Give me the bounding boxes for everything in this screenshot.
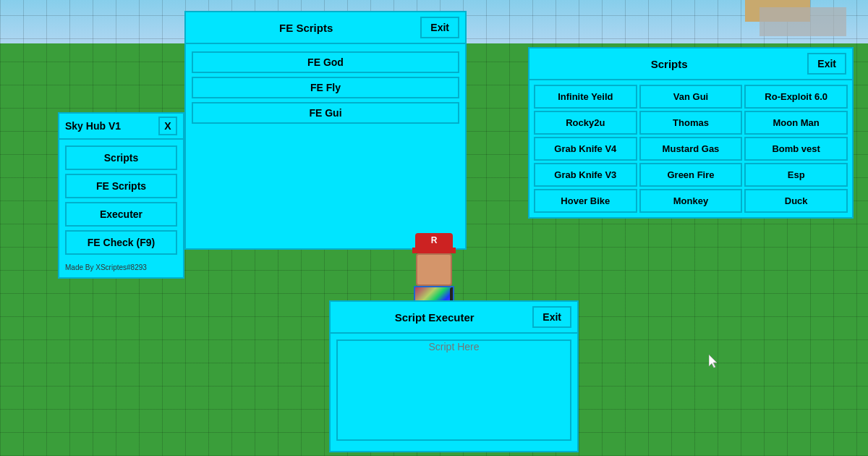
script-moon-man[interactable]: Moon Man (744, 111, 848, 135)
hat-letter: R (431, 235, 438, 245)
script-duck[interactable]: Duck (744, 189, 848, 213)
scripts-grid: Infinite Yeild Van Gui Ro-Exploit 6.0 Ro… (529, 80, 852, 217)
fe-scripts-title: FE Scripts (192, 22, 420, 34)
fe-scripts-nav-button[interactable]: FE Scripts (65, 174, 177, 198)
script-green-fire[interactable]: Green Fire (639, 163, 743, 187)
script-grab-knife-v3[interactable]: Grab Knife V3 (534, 163, 637, 187)
executer-nav-button[interactable]: Executer (65, 202, 177, 227)
skyhub-buttons: Scripts FE Scripts Executer FE Check (F9… (59, 140, 183, 261)
executer-panel: Script Executer Exit (329, 300, 579, 452)
fe-gui-button[interactable]: FE Gui (192, 102, 459, 124)
character-hat-brim (412, 248, 456, 253)
skyhub-panel: Sky Hub V1 X Scripts FE Scripts Executer… (58, 112, 184, 279)
script-thomas[interactable]: Thomas (639, 111, 743, 135)
script-ro-exploit[interactable]: Ro-Exploit 6.0 (744, 85, 848, 109)
fe-god-button[interactable]: FE God (192, 51, 459, 73)
script-hover-bike[interactable]: Hover Bike (534, 189, 637, 213)
fe-fly-button[interactable]: FE Fly (192, 77, 459, 98)
script-grab-knife-v4[interactable]: Grab Knife V4 (534, 137, 637, 161)
scripts-exit-button[interactable]: Exit (807, 53, 846, 75)
fe-check-nav-button[interactable]: FE Check (F9) (65, 230, 177, 255)
scripts-title: Scripts (535, 58, 803, 70)
skyhub-title: Sky Hub V1 (65, 120, 121, 132)
scripts-header: Scripts Exit (529, 48, 852, 80)
fe-scripts-exit-button[interactable]: Exit (420, 17, 459, 38)
executer-exit-button[interactable]: Exit (532, 306, 571, 328)
script-bomb-vest[interactable]: Bomb vest (744, 137, 848, 161)
skyhub-footer: Made By XScriptes#8293 (59, 261, 183, 271)
executer-header: Script Executer Exit (331, 302, 577, 334)
character-hat: R (415, 233, 453, 249)
script-van-gui[interactable]: Van Gui (639, 85, 743, 109)
skyhub-close-button[interactable]: X (158, 117, 177, 135)
script-mustard-gas[interactable]: Mustard Gas (639, 137, 743, 161)
fe-scripts-panel: FE Scripts Exit FE God FE Fly FE Gui (184, 11, 467, 250)
character-head (416, 253, 452, 286)
executer-textarea-container (336, 339, 571, 441)
scripts-nav-button[interactable]: Scripts (65, 145, 177, 170)
fe-scripts-header: FE Scripts Exit (186, 12, 465, 44)
executer-title: Script Executer (336, 311, 532, 324)
executer-textarea[interactable] (338, 341, 570, 439)
building-gray (760, 7, 846, 36)
script-monkey[interactable]: Monkey (639, 189, 743, 213)
skyhub-header: Sky Hub V1 X (59, 114, 183, 140)
script-infinite-yeild[interactable]: Infinite Yeild (534, 85, 637, 109)
fe-scripts-buttons: FE God FE Fly FE Gui (186, 44, 465, 131)
scripts-panel: Scripts Exit Infinite Yeild Van Gui Ro-E… (528, 47, 854, 219)
script-esp[interactable]: Esp (744, 163, 848, 187)
script-rocky2u[interactable]: Rocky2u (534, 111, 637, 135)
